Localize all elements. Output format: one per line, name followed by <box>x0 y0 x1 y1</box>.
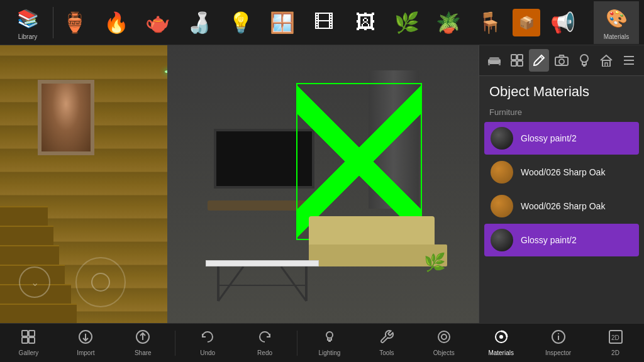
tab-lightbulb[interactable] <box>574 49 594 72</box>
share-button[interactable]: Share <box>118 325 168 361</box>
tv-area <box>201 129 327 211</box>
tab-sofa[interactable] <box>484 49 504 72</box>
library-button[interactable]: 📚 Library <box>5 1 50 44</box>
library-label: Library <box>18 33 38 40</box>
toolbar-item-fireplace[interactable]: 🔥 <box>97 4 135 41</box>
painting <box>38 80 94 155</box>
tab-brush[interactable] <box>529 49 549 72</box>
material-swatch-4 <box>491 229 513 251</box>
import-button[interactable]: Import <box>60 325 111 361</box>
toolbar-item-box[interactable]: 📦 <box>513 9 540 36</box>
coffee-table <box>206 248 319 304</box>
bottom-toolbar: Gallery Import Share Undo Redo Lighting <box>0 323 644 362</box>
sofa-back <box>309 216 435 248</box>
materials-bottom-button[interactable]: Materials <box>476 325 526 361</box>
svg-rect-25 <box>22 337 28 343</box>
svg-rect-8 <box>499 63 501 65</box>
panel-title: Object Materials <box>479 76 644 105</box>
materials-button[interactable]: 🎨 Materials <box>594 1 639 44</box>
toolbar-item-vase2[interactable]: 🪟 <box>264 4 301 41</box>
redo-button[interactable]: Redo <box>240 325 290 361</box>
svg-rect-26 <box>29 337 35 343</box>
library-icon: 📚 <box>14 4 42 32</box>
svg-rect-10 <box>518 55 523 60</box>
import-icon <box>78 329 93 348</box>
toolbar-item-frame[interactable]: 🖼 <box>347 4 384 41</box>
toolbar-item-lamp[interactable]: 💡 <box>222 4 260 41</box>
inspector-button[interactable]: Inspector <box>533 325 584 361</box>
undo-button[interactable]: Undo <box>182 325 233 361</box>
toolbar-item-bottle[interactable]: 🍶 <box>180 4 218 41</box>
material-item-2[interactable]: Wood/026 Sharp Oak <box>484 156 639 189</box>
lighting-label: Lighting <box>318 349 340 356</box>
materials-icon: 🎨 <box>602 4 630 32</box>
toolbar-item-plant2[interactable]: 🪴 <box>430 4 467 41</box>
joystick-inner <box>91 273 110 292</box>
objects-icon <box>436 329 452 348</box>
tab-camera[interactable] <box>552 49 572 72</box>
toolbar-item-table[interactable]: 🪑 <box>471 4 509 41</box>
material-swatch-1 <box>491 127 513 150</box>
undo-label: Undo <box>200 349 215 356</box>
2d-button[interactable]: 2D 2D <box>591 325 641 361</box>
tools-label: Tools <box>379 349 394 356</box>
right-panel: Object Materials Furniture Glossy paint/… <box>479 45 644 323</box>
toolbar-item-plant1[interactable]: 🌿 <box>388 4 426 41</box>
toolbar-item-vase[interactable]: 🏺 <box>56 4 94 41</box>
material-item-4[interactable]: Glossy paint/2 <box>484 224 639 256</box>
table-legs <box>206 266 319 304</box>
table-top <box>206 260 319 266</box>
toolbar-item-teapot[interactable]: 🫖 <box>139 4 177 41</box>
tab-layout[interactable] <box>507 49 527 72</box>
material-item-3[interactable]: Wood/026 Sharp Oak <box>484 190 639 222</box>
tab-list[interactable] <box>619 49 639 72</box>
painting-content <box>42 84 91 151</box>
toolbar-items: 🏺 🔥 🫖 🍶 💡 🪟 🎞 🖼 🌿 🪴 🪑 📦 📢 <box>56 4 594 41</box>
gallery-button[interactable]: Gallery <box>3 325 53 361</box>
svg-point-39 <box>558 333 559 334</box>
tab-home[interactable] <box>597 49 617 72</box>
material-name-3: Wood/026 Sharp Oak <box>521 201 605 211</box>
toolbar-item-curtain[interactable]: 🎞 <box>305 4 343 41</box>
svg-rect-24 <box>29 331 35 336</box>
svg-point-16 <box>580 55 588 62</box>
share-label: Share <box>135 349 152 356</box>
3d-viewport[interactable]: 🌿 ⌄ <box>0 45 479 323</box>
svg-rect-9 <box>511 55 516 60</box>
material-list: Glossy paint/2 Wood/026 Sharp Oak Wood/0… <box>479 122 644 323</box>
material-item-1[interactable]: Glossy paint/2 <box>484 122 639 155</box>
undo-icon <box>200 329 215 348</box>
nav-joystick[interactable] <box>75 257 126 307</box>
share-icon <box>135 329 150 348</box>
separator-1 <box>175 331 175 356</box>
separator-2 <box>297 331 297 356</box>
curtains <box>369 70 419 209</box>
import-label: Import <box>77 349 94 356</box>
tools-icon <box>379 329 394 348</box>
objects-label: Objects <box>433 349 455 356</box>
svg-rect-18 <box>602 60 610 67</box>
nav-circle[interactable]: ⌄ <box>19 266 50 298</box>
main-area: 🌿 ⌄ <box>0 45 644 323</box>
materials-bottom-icon <box>494 329 509 348</box>
material-swatch-3 <box>491 195 513 217</box>
toolbar-separator <box>53 7 53 38</box>
materials-bottom-label: Materials <box>488 349 514 356</box>
lighting-button[interactable]: Lighting <box>304 325 355 361</box>
svg-rect-23 <box>22 331 28 336</box>
svg-point-15 <box>559 59 564 64</box>
svg-line-2 <box>218 266 243 301</box>
material-swatch-2 <box>491 161 513 184</box>
top-toolbar: 📚 Library 🏺 🔥 🫖 🍶 💡 🪟 🎞 🖼 🌿 🪴 🪑 📦 📢 🎨 Ma… <box>0 0 644 45</box>
tools-button[interactable]: Tools <box>362 325 412 361</box>
svg-point-36 <box>499 335 503 339</box>
2d-icon: 2D <box>608 329 623 348</box>
redo-icon <box>257 329 272 348</box>
svg-rect-11 <box>511 61 516 66</box>
materials-label: Materials <box>604 33 630 40</box>
objects-button[interactable]: Objects <box>419 325 469 361</box>
toolbar-item-horn[interactable]: 📢 <box>544 4 582 41</box>
svg-point-33 <box>438 331 450 343</box>
tv-screen <box>214 129 314 189</box>
material-name-1: Glossy paint/2 <box>521 133 577 143</box>
